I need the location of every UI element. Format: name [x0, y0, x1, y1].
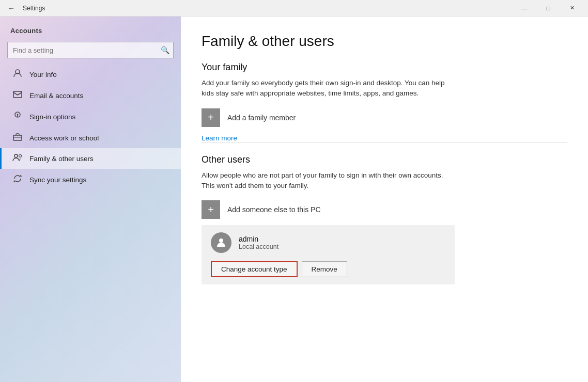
- family-icon: [12, 153, 23, 164]
- add-family-member-row[interactable]: + Add a family member: [202, 108, 567, 127]
- svg-point-2: [17, 114, 19, 116]
- add-user-plus-icon: +: [202, 200, 220, 219]
- user-card: admin Local account Change account type …: [202, 225, 455, 284]
- back-button[interactable]: ←: [4, 1, 19, 15]
- sidebar-section-title: Accounts: [0, 23, 181, 39]
- your-info-icon: [12, 69, 23, 80]
- add-other-user-label: Add someone else to this PC: [227, 205, 321, 214]
- sidebar-item-label: Family & other users: [29, 155, 94, 163]
- maximize-button[interactable]: □: [536, 0, 560, 17]
- user-info: admin Local account: [239, 235, 278, 250]
- add-other-user-row[interactable]: + Add someone else to this PC: [202, 200, 567, 219]
- titlebar: ← Settings — □ ✕: [0, 0, 588, 17]
- sync-icon: [12, 174, 23, 185]
- user-type: Local account: [239, 243, 278, 250]
- user-name: admin: [239, 235, 278, 243]
- other-users-section-title: Other users: [202, 154, 567, 165]
- svg-rect-3: [13, 135, 22, 140]
- minimize-button[interactable]: —: [513, 0, 536, 17]
- sidebar-item-family-users[interactable]: Family & other users: [0, 148, 181, 169]
- app-container: Accounts 🔍 Your info Email & accoun: [0, 17, 588, 382]
- learn-more-link[interactable]: Learn more: [202, 134, 237, 142]
- user-card-top: admin Local account: [211, 232, 445, 253]
- email-icon: [12, 90, 23, 101]
- search-input[interactable]: [7, 42, 174, 58]
- sidebar-item-email-accounts[interactable]: Email & accounts: [0, 85, 181, 106]
- window-title: Settings: [23, 5, 513, 12]
- family-section-desc: Add your family so everybody gets their …: [202, 78, 450, 99]
- search-icon: 🔍: [161, 46, 169, 54]
- svg-point-6: [219, 238, 223, 243]
- sidebar-item-label: Email & accounts: [29, 92, 83, 100]
- user-card-actions: Change account type Remove: [211, 261, 445, 277]
- svg-rect-1: [13, 91, 22, 98]
- add-family-plus-icon: +: [202, 108, 220, 127]
- other-users-section-desc: Allow people who are not part of your fa…: [202, 170, 450, 192]
- sidebar-item-your-info[interactable]: Your info: [0, 63, 181, 85]
- sidebar-item-label: Access work or school: [29, 134, 99, 142]
- sign-in-icon: [12, 111, 23, 122]
- sidebar-item-access-work[interactable]: Access work or school: [0, 128, 181, 148]
- sidebar-item-label: Sign-in options: [29, 113, 75, 121]
- close-button[interactable]: ✕: [560, 0, 584, 17]
- svg-point-5: [19, 155, 22, 157]
- page-title: Family & other users: [202, 33, 567, 50]
- remove-button[interactable]: Remove: [302, 261, 347, 277]
- family-section-title: Your family: [202, 62, 567, 73]
- sidebar-item-sync-settings[interactable]: Sync your settings: [0, 169, 181, 190]
- sidebar-item-sign-in[interactable]: Sign-in options: [0, 106, 181, 128]
- briefcase-icon: [12, 133, 23, 143]
- add-family-label: Add a family member: [227, 114, 296, 122]
- window-controls: — □ ✕: [513, 0, 584, 17]
- main-content: Family & other users Your family Add you…: [181, 17, 588, 382]
- sidebar-item-label: Your info: [29, 71, 57, 78]
- divider: [202, 142, 567, 143]
- sidebar: Accounts 🔍 Your info Email & accoun: [0, 17, 181, 382]
- svg-point-4: [14, 154, 18, 157]
- change-account-type-button[interactable]: Change account type: [211, 261, 298, 277]
- avatar: [211, 232, 231, 253]
- sidebar-item-label: Sync your settings: [29, 176, 86, 184]
- search-box: 🔍: [7, 42, 174, 58]
